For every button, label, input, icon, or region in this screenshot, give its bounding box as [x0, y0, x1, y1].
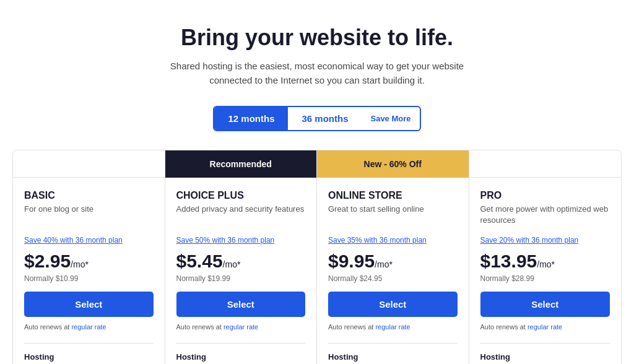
select-button-3[interactable]: Select: [480, 292, 610, 317]
billing-12months-button[interactable]: 12 months: [214, 107, 288, 130]
save-link-3[interactable]: Save 20% with 36 month plan: [480, 236, 610, 245]
auto-renew-1: Auto renews at regular rate: [176, 323, 306, 331]
plan-badge-3: [469, 150, 622, 178]
plan-per-3: /mo*: [537, 259, 555, 269]
save-link-2[interactable]: Save 35% with 36 month plan: [328, 236, 458, 245]
features-section-0: Hosting 10 GB SSD StorageFree CDN1 Websi…: [24, 343, 154, 364]
plan-name-3: PRO: [480, 190, 610, 201]
plan-price-3: $13.95/mo*: [480, 251, 610, 272]
plan-name-1: CHOICE PLUS: [176, 190, 306, 201]
features-label-0: Hosting: [24, 352, 154, 362]
plan-col-3: PRO Get more power with optimized web re…: [469, 150, 622, 364]
plan-badge-2: New - 60% Off: [317, 150, 469, 178]
features-section-1: Hosting 40 GB SSD StorageFree CDNUnlimit…: [176, 343, 306, 364]
plan-per-0: /mo*: [71, 259, 89, 269]
plan-badge-0: [13, 150, 165, 178]
plan-name-0: BASIC: [24, 190, 154, 201]
auto-renew-2: Auto renews at regular rate: [328, 323, 458, 331]
select-button-1[interactable]: Select: [176, 292, 306, 317]
plan-amount-0: $2.95: [24, 251, 71, 271]
billing-36months-button[interactable]: 36 months: [288, 107, 362, 130]
billing-save-label: Save More: [362, 114, 419, 123]
select-button-2[interactable]: Select: [328, 292, 458, 317]
plan-body-2: ONLINE STORE Great to start selling onli…: [317, 178, 469, 364]
plans-container: BASIC For one blog or site Save 40% with…: [12, 150, 622, 364]
plan-amount-3: $13.95: [480, 251, 537, 271]
plan-badge-1: Recommended: [165, 150, 317, 178]
save-link-1[interactable]: Save 50% with 36 month plan: [176, 236, 306, 245]
plan-body-1: CHOICE PLUS Added privacy and security f…: [165, 178, 317, 364]
plan-amount-2: $9.95: [328, 251, 375, 271]
billing-toggle: 12 months 36 months Save More: [12, 106, 622, 131]
regular-rate-link-0[interactable]: regular rate: [71, 323, 106, 331]
plan-price-0: $2.95/mo*: [24, 251, 154, 272]
features-section-2: Hosting 100 GB SSD StorageFree CDNUnlimi…: [328, 343, 458, 364]
plan-normal-2: Normally $24.95: [328, 274, 458, 283]
features-label-3: Hosting: [480, 352, 610, 362]
save-link-0[interactable]: Save 40% with 36 month plan: [24, 236, 154, 245]
plan-price-2: $9.95/mo*: [328, 251, 458, 272]
plan-body-3: PRO Get more power with optimized web re…: [469, 178, 622, 364]
plan-per-1: /mo*: [223, 259, 241, 269]
plan-name-2: ONLINE STORE: [328, 190, 458, 201]
plan-col-0: BASIC For one blog or site Save 40% with…: [13, 150, 165, 364]
billing-toggle-inner: 12 months 36 months Save More: [213, 106, 420, 131]
plan-tagline-0: For one blog or site: [24, 204, 154, 226]
plan-per-2: /mo*: [375, 259, 393, 269]
plan-tagline-1: Added privacy and security features: [176, 204, 306, 226]
hero-description: Shared hosting is the easiest, most econ…: [156, 59, 478, 87]
features-section-3: Hosting 100 GB SSD StorageFree CDNUnlimi…: [480, 343, 610, 364]
regular-rate-link-3[interactable]: regular rate: [528, 323, 562, 331]
plan-normal-3: Normally $28.99: [480, 274, 610, 283]
auto-renew-3: Auto renews at regular rate: [480, 323, 610, 331]
plan-amount-1: $5.45: [176, 251, 223, 271]
plan-body-0: BASIC For one blog or site Save 40% with…: [13, 178, 165, 364]
hero-title: Bring your website to life.: [12, 25, 622, 51]
plan-tagline-2: Great to start selling online: [328, 204, 458, 226]
plan-normal-0: Normally $10.99: [24, 274, 154, 283]
regular-rate-link-2[interactable]: regular rate: [375, 323, 410, 331]
features-label-2: Hosting: [328, 352, 458, 362]
hero-section: Bring your website to life. Shared hosti…: [12, 25, 622, 87]
plan-col-2: New - 60% Off ONLINE STORE Great to star…: [317, 150, 469, 364]
features-label-1: Hosting: [176, 352, 306, 362]
plan-col-1: Recommended CHOICE PLUS Added privacy an…: [165, 150, 318, 364]
plan-tagline-3: Get more power with optimized web resour…: [480, 204, 610, 226]
auto-renew-0: Auto renews at regular rate: [24, 323, 154, 331]
plan-price-1: $5.45/mo*: [176, 251, 306, 272]
plan-normal-1: Normally $19.99: [176, 274, 306, 283]
regular-rate-link-1[interactable]: regular rate: [224, 323, 258, 331]
select-button-0[interactable]: Select: [24, 292, 154, 317]
